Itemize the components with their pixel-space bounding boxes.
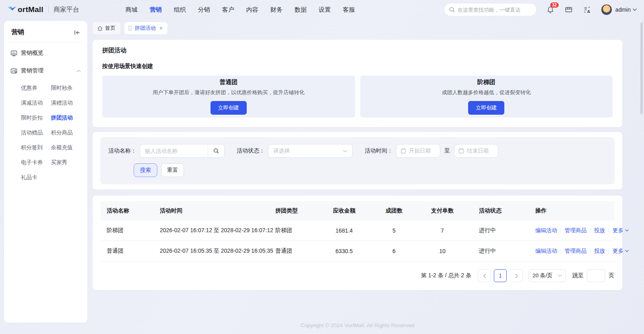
top-nav: 商城 营销 组织 分销 客户 内容 财务 数据 设置 客服 [120, 6, 361, 14]
nav-item-marketing[interactable]: 营销 [144, 6, 168, 14]
jump-to-input[interactable] [587, 269, 605, 282]
pagination-summary: 第 1-2 条 / 总共 2 条 [421, 272, 471, 279]
sidebar-item-buyer-show[interactable]: 买家秀 [51, 155, 81, 170]
board-trend-icon [10, 68, 17, 74]
sidebar-item-flash-sale[interactable]: 限时秒杀 [51, 80, 81, 95]
cell-receivable: 6330.5 [312, 248, 376, 254]
drag-handle-icon [128, 26, 132, 31]
table-row: 阶梯团 2026-02-07 16:07:12 至 2028-02-29 16:… [101, 221, 614, 241]
nav-item-organization[interactable]: 组织 [168, 6, 192, 14]
search-button[interactable]: 搜索 [134, 163, 157, 177]
tab-home[interactable]: 首页 [93, 22, 120, 34]
cell-group-type: 阶梯团 [269, 227, 312, 234]
language-button[interactable]: 文 A [583, 6, 591, 14]
next-page-button[interactable] [510, 269, 523, 282]
scenario-ladder-group: 阶梯团 成团人数越多价格越低，促进裂变转化 立即创建 [360, 76, 613, 118]
edit-activity-link[interactable]: 编辑活动 [535, 247, 557, 255]
calendar-icon [400, 148, 406, 154]
section-title: 按使用场景快速创建 [102, 63, 613, 70]
activity-status-select[interactable]: 请选择 [268, 144, 353, 158]
top-bar: ortMall 商家平台 商城 营销 组织 分销 客户 内容 财务 数据 设置 … [0, 0, 644, 19]
col-group-count: 成团数 [376, 207, 412, 214]
name-search-button[interactable] [208, 144, 224, 158]
table-row: 普通团 2026-02-07 16:05:35 至 2028-02-29 16:… [101, 241, 614, 262]
col-activity-name: 活动名称 [101, 207, 154, 214]
sidebar-item-coupon[interactable]: 优惠券 [21, 80, 51, 95]
reset-button[interactable]: 重置 [161, 163, 184, 177]
manage-goods-link[interactable]: 管理商品 [565, 227, 586, 234]
sidebar-item-ecard[interactable]: 电子卡券 [21, 155, 51, 170]
chevron-up-icon [76, 70, 81, 72]
nav-item-distribution[interactable]: 分销 [192, 6, 216, 14]
table-header: 活动名称 活动时间 拼团类型 应收金额 成团数 支付单数 活动状态 操作 [101, 201, 614, 221]
tab-group-buy[interactable]: 拼团活动 × [124, 22, 167, 34]
more-link[interactable]: 更多 [613, 247, 629, 255]
tab-active-label: 拼团活动 [135, 25, 156, 32]
sidebar-item-full-reduction[interactable]: 满减活动 [21, 95, 51, 110]
create-normal-group-button[interactable]: 立即创建 [211, 101, 247, 115]
cell-activity-status: 进行中 [473, 227, 529, 234]
translate-icon: 文 A [583, 6, 591, 14]
sidebar-item-marketing-overview[interactable]: 营销概览 [10, 44, 81, 62]
cell-group-type: 普通团 [269, 247, 312, 255]
sidebar-item-points-signin[interactable]: 积分签到 [21, 140, 51, 155]
notifications-button[interactable]: 32 [547, 6, 554, 14]
page-size-select[interactable]: 20 条/页 [528, 269, 566, 282]
user-menu[interactable]: admin [601, 4, 637, 15]
nav-item-settings[interactable]: 设置 [313, 6, 337, 14]
promote-link[interactable]: 投放 [594, 247, 605, 255]
scrollbar-thumb[interactable] [640, 23, 643, 114]
calendar-icon [458, 148, 464, 154]
end-date-value: 结束日期 [467, 147, 489, 155]
col-activity-time: 活动时间 [154, 207, 269, 214]
search-icon [213, 148, 219, 154]
collapse-sidebar-icon[interactable] [74, 30, 80, 35]
more-link[interactable]: 更多 [613, 227, 629, 234]
row-actions: 编辑活动 管理商品 投放 更多 [529, 227, 629, 234]
sidebar-item-time-discount[interactable]: 限时折扣 [21, 110, 51, 125]
page-number-1[interactable]: 1 [494, 269, 507, 282]
nav-item-support[interactable]: 客服 [337, 6, 361, 14]
create-ladder-group-button[interactable]: 立即创建 [468, 101, 504, 115]
nav-item-customers[interactable]: 客户 [216, 6, 240, 14]
chevron-down-icon [625, 250, 629, 252]
nav-item-data[interactable]: 数据 [289, 6, 313, 14]
global-search-input[interactable] [458, 7, 531, 13]
manage-goods-link[interactable]: 管理商品 [565, 247, 586, 255]
cell-activity-name: 普通团 [101, 247, 154, 255]
sidebar-item-group-buy[interactable]: 拼团活动 [51, 110, 81, 125]
close-tab-icon[interactable]: × [159, 25, 163, 31]
cell-activity-time: 2026-02-07 16:05:35 至 2028-02-29 16:05:3… [154, 247, 269, 255]
prev-page-button[interactable] [478, 269, 491, 282]
end-date-picker[interactable]: 结束日期 [454, 144, 498, 158]
sidebar-item-points-goods[interactable]: 积分商品 [51, 125, 81, 140]
col-actions: 操作 [529, 207, 614, 214]
sidebar-item-gift-card[interactable]: 礼品卡 [21, 170, 51, 185]
scenario-title: 阶梯团 [477, 78, 495, 86]
nav-item-mall[interactable]: 商城 [120, 6, 144, 14]
nav-item-finance[interactable]: 财务 [264, 6, 289, 14]
nav-item-content[interactable]: 内容 [240, 6, 264, 14]
sidebar-item-balance-recharge[interactable]: 余额充值 [51, 140, 81, 155]
global-search[interactable] [444, 4, 536, 16]
cell-activity-name: 阶梯团 [101, 227, 154, 234]
cell-group-count: 6 [376, 248, 412, 254]
chevron-left-icon [483, 274, 486, 278]
start-date-picker[interactable]: 开始日期 [396, 144, 440, 158]
tab-bar: 首页 拼团活动 × [93, 21, 622, 35]
promote-link[interactable]: 投放 [594, 227, 605, 234]
edit-activity-link[interactable]: 编辑活动 [535, 227, 557, 234]
platform-name: 商家平台 [54, 6, 79, 14]
chevron-down-icon [343, 150, 347, 153]
page-size-value: 20 条/页 [533, 272, 553, 279]
cell-activity-status: 进行中 [473, 247, 529, 255]
activity-name-input[interactable] [140, 148, 208, 154]
workbench-button[interactable] [565, 6, 573, 14]
sidebar-item-marketing-manage[interactable]: 营销管理 [10, 62, 81, 80]
col-receivable: 应收金额 [312, 207, 376, 214]
row-actions: 编辑活动 管理商品 投放 更多 [529, 247, 629, 255]
sidebar-item-activity-gift[interactable]: 活动赠品 [21, 125, 51, 140]
sidebar-item-full-gift[interactable]: 满赠活动 [51, 95, 81, 110]
brand[interactable]: ortMall 商家平台 [7, 5, 79, 14]
scenario-desc: 成团人数越多价格越低，促进裂变转化 [442, 89, 531, 96]
